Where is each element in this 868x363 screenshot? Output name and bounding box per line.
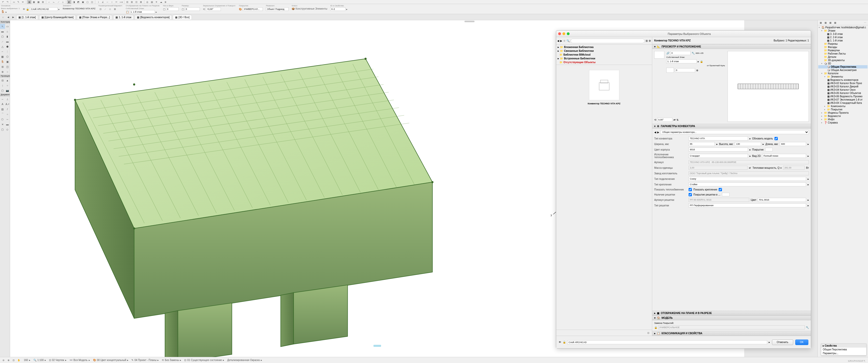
replace-value[interactable]: Без Замены: [165, 359, 179, 361]
fill-tool[interactable]: ▨: [0, 107, 5, 112]
tab-next-icon[interactable]: ▶: [11, 15, 15, 19]
update-model-checkbox[interactable]: [775, 137, 778, 140]
column-tool[interactable]: ▮: [5, 34, 10, 39]
section-params-header[interactable]: ▾⚙ПАРАМЕТРЫ КОНВЕКТОРА: [652, 124, 811, 129]
grille-coating-swatch[interactable]: [722, 193, 730, 196]
nav-cat7[interactable]: ▦ИКЭ-8X Стандартный Ката: [818, 101, 868, 105]
level-tool[interactable]: ⊥: [5, 97, 10, 102]
lock-footer-icon[interactable]: 🔓: [563, 341, 566, 343]
camera-tool[interactable]: 📷: [5, 88, 10, 93]
project-value[interactable]: 04 Проект - Планы: [134, 359, 156, 361]
measure-icon[interactable]: ⟊: [96, 0, 100, 4]
spline-tool[interactable]: ∼: [5, 117, 10, 122]
snap1-icon[interactable]: ⌐: [47, 0, 51, 4]
state-value[interactable]: 01 Существующее состояние: [187, 359, 222, 361]
dim2-icon[interactable]: ↕: [110, 0, 114, 4]
wall-tool[interactable]: ▬: [0, 29, 5, 34]
size-input[interactable]: [166, 7, 179, 11]
cursor-icon[interactable]: ▭: [12, 0, 16, 4]
color-value[interactable]: 00 Цвет концептуальный: [97, 359, 126, 361]
zoom-in-icon[interactable]: ⊕: [6, 358, 10, 362]
tab-home-icon[interactable]: ⌂: [1, 15, 5, 19]
arc-tool[interactable]: ⌒: [0, 112, 5, 117]
view2d-input[interactable]: [762, 154, 806, 158]
dim-icon[interactable]: ↔: [105, 0, 110, 4]
nav-components[interactable]: ▸📁Компоненты: [818, 105, 868, 108]
angle-input[interactable]: [206, 7, 221, 11]
floor-input[interactable]: [130, 10, 155, 14]
opening-tool[interactable]: ◫: [5, 64, 10, 69]
tab-prev-icon[interactable]: ◀: [6, 15, 10, 19]
width-input[interactable]: [689, 142, 715, 146]
snap3-icon[interactable]: ⟋: [56, 0, 60, 4]
nav-floor1[interactable]: ▦1. 1-й этаж: [818, 39, 868, 42]
nav-tab3-icon[interactable]: ▦: [828, 21, 832, 25]
label-tool[interactable]: A↗: [5, 102, 10, 107]
zoom-icon[interactable]: [567, 32, 569, 35]
nav-axon[interactable]: 🎲Общая Аксонометрия: [818, 68, 868, 72]
grille-color-input[interactable]: [758, 198, 806, 202]
align1-icon[interactable]: ⊟: [125, 0, 129, 4]
pencil-icon[interactable]: ✏: [21, 0, 25, 4]
zoom-out-icon[interactable]: ⊖: [1, 358, 5, 362]
type-input[interactable]: [689, 136, 748, 140]
lock-icon[interactable]: 🔒: [700, 60, 703, 63]
param-group-select[interactable]: Общие параметры конвектора...: [660, 130, 809, 134]
viewport-drag-handle[interactable]: [464, 21, 474, 22]
view5-icon[interactable]: ▢: [85, 0, 89, 4]
nav-sections[interactable]: 📁Разрезы: [818, 42, 868, 45]
nav-cat3[interactable]: ▦ИКЭ-04 Каталог Окон: [818, 88, 868, 92]
align3-icon[interactable]: ⊡: [134, 0, 138, 4]
popup-header[interactable]: ▸ Свойства: [821, 344, 866, 348]
zoom-value[interactable]: 160: [24, 359, 28, 361]
settings-icon[interactable]: ⚙: [649, 39, 651, 42]
coating-swatch[interactable]: [765, 148, 773, 151]
line-tool[interactable]: /: [5, 107, 10, 112]
show-heat-checkbox[interactable]: [689, 188, 692, 191]
snap4-icon[interactable]: ⊥: [61, 0, 65, 4]
nav-info[interactable]: ▸📁Инфо: [818, 118, 868, 121]
roof-tool[interactable]: △: [0, 44, 5, 49]
drawing-value[interactable]: 02 Чертеж: [52, 359, 64, 361]
nav-tab1-icon[interactable]: ▦: [819, 21, 823, 25]
ws-tool[interactable]: ▢: [0, 88, 5, 93]
nav-floors[interactable]: ▾📁Этажи: [818, 29, 868, 32]
nav-sheets[interactable]: 📁Рабочие Листы: [818, 52, 868, 55]
hotspot-tool[interactable]: ✕: [0, 122, 5, 127]
view-toggle-icon[interactable]: ⊞: [646, 39, 648, 42]
circle-tool[interactable]: ○: [5, 112, 10, 117]
slab-tool[interactable]: ▬: [5, 39, 10, 44]
cam-icon[interactable]: ▤: [150, 0, 154, 4]
undo-icon[interactable]: ↶: [1, 0, 5, 4]
nav-cat0[interactable]: ▦Ведомость конвекторов: [818, 78, 868, 81]
lib-toolbar-icon[interactable]: ⊡: [646, 331, 650, 335]
exec-input[interactable]: [689, 154, 748, 158]
tab-floor1[interactable]: ▦[1. 1-й этаж]: [16, 15, 38, 20]
nav-cat5[interactable]: ▦ИКЭ-06 Ведомость Проемо: [818, 95, 868, 98]
detail-tool[interactable]: ○: [5, 83, 10, 88]
tab-plan[interactable]: ▦[План Этажа и Разре...]: [77, 15, 112, 20]
nav-facades[interactable]: 📁Фасады: [818, 45, 868, 49]
library-search-input[interactable]: [570, 39, 645, 43]
door-tool[interactable]: ⌂: [5, 29, 10, 34]
view4-icon[interactable]: ▣: [81, 0, 85, 4]
length-input[interactable]: [780, 142, 806, 146]
section-model-header[interactable]: ▾🏠МОДЕЛЬ: [652, 316, 811, 320]
help-icon[interactable]: ⊕: [163, 0, 167, 4]
tab-3d[interactable]: ▦[3D / Все]: [173, 15, 192, 20]
select-icon[interactable]: ✎: [17, 0, 21, 4]
nav-floor2[interactable]: ▦2. 2-й этаж: [818, 36, 868, 39]
snap2-icon[interactable]: ⌙: [52, 0, 56, 4]
size2-input[interactable]: [185, 7, 200, 11]
body-color-input[interactable]: [689, 147, 748, 152]
back-icon[interactable]: ◀: [557, 39, 559, 42]
tab-interaction[interactable]: ▦[Центр Взаимодействия]: [39, 15, 76, 20]
dim-tool[interactable]: ↔: [0, 97, 5, 102]
railing-tool[interactable]: ⋮: [5, 49, 10, 54]
align4-icon[interactable]: ⊠: [139, 0, 143, 4]
opening2-tool[interactable]: ○: [5, 69, 10, 74]
lib-missing[interactable]: 📁Отсутствующие Объекты: [557, 60, 651, 64]
change-tool[interactable]: ◇: [5, 127, 10, 132]
extend-icon[interactable]: ⟶: [119, 0, 123, 4]
conn-type-input[interactable]: [689, 177, 806, 181]
